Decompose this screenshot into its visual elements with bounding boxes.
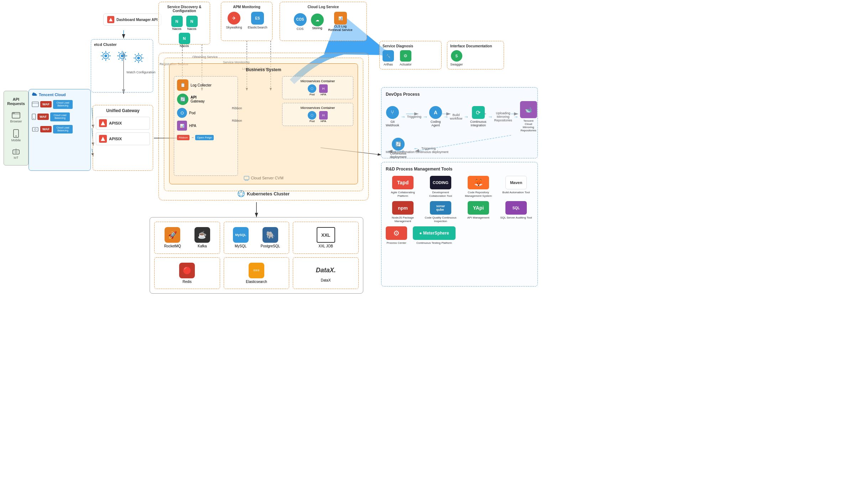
apisix-box-2: APISIX [96, 132, 150, 145]
kafka-icon: ☕ [194, 227, 210, 243]
storing-label: Storing [312, 26, 322, 30]
tencent-cloud-box: Tencent Cloud WAF Cloud Load Balancing W… [28, 89, 91, 171]
tcmr-icon: 🐋 [520, 101, 537, 118]
cloud-row-browser: WAF Cloud Load Balancing [32, 100, 88, 109]
svg-point-46 [238, 190, 244, 197]
ribbon-arrow: → [191, 136, 194, 139]
ribbon-label: Ribbon [177, 135, 189, 140]
elasticsearch-apm-label: ElasticSearch [248, 26, 267, 29]
tapd-logo: Tapd [392, 176, 414, 189]
maven-logo: Maven [505, 176, 527, 189]
ms-container-top: Microservices Container ⬡ Pod H HPA [282, 76, 353, 99]
metersphere-label: Continuous Testing Platform [416, 241, 452, 245]
npm-logo: npm [392, 201, 414, 215]
yapi-card: YApi API Management [461, 201, 495, 223]
swagger-item: S Swagger [450, 50, 463, 66]
mobile-label: Mobile [11, 138, 21, 142]
nacos-item-2: N Nacos [186, 16, 198, 31]
nacos-icon-3: N [179, 33, 190, 44]
git-webhook-label: Git Webhook [386, 120, 399, 127]
datax-icon: DataX. [315, 264, 337, 277]
api-gateway-item: 🔄 API Gateway [177, 94, 235, 105]
ms-container-bottom: Microservices Container ⬡ Pod H HPA [282, 103, 353, 126]
cloud-row-iot: WAF Cloud Load Balancing [32, 125, 88, 134]
svg-rect-34 [32, 102, 38, 107]
svg-point-39 [35, 128, 36, 130]
cloud-icon [32, 92, 37, 97]
swagger-icon: S [451, 50, 462, 62]
waf-box-2: WAF [37, 114, 49, 120]
triggering-2-label: Triggering [421, 147, 436, 150]
hpa-item-1: 📊 HPA [177, 121, 235, 131]
nacos-row-top: N Nacos N Nacos [162, 16, 207, 31]
cos-label: COS [297, 27, 304, 31]
mysql-label: MySQL [235, 244, 246, 248]
api-gateway-label-group: API Gateway [191, 95, 204, 103]
watch-config-label: Watch Configuration [126, 70, 155, 74]
arrow-6: → [514, 114, 519, 120]
process-center-card: ⚙ Process Center [386, 226, 407, 245]
api-requests-title: API Requests [5, 97, 27, 106]
apisix-icon-2 [100, 136, 105, 141]
manual-confirm-label: Manual confirmation continuous deploymen… [386, 150, 448, 154]
skywalking-label: Skywalking [226, 26, 242, 29]
right-services: Microservices Container ⬡ Pod H HPA Micr… [282, 76, 353, 126]
redis-label: Redis [183, 280, 192, 284]
etcd-cluster-box: etcd Cluster [91, 39, 153, 93]
yapi-logo: YApi [468, 201, 489, 215]
continuous-integration-step: ⟳ Continuous Integration [470, 106, 487, 127]
tools-row-3: ⚙ Process Center ● MeterSphere Continuou… [386, 226, 533, 245]
process-center-label: Process Center [386, 241, 406, 245]
swagger-label: Swagger [450, 63, 463, 66]
business-system-box: Business System 📋 Log Collecter 🔄 API Ga… [169, 63, 358, 184]
cloud-log-title: Cloud Log Service [283, 5, 364, 9]
ms-bottom-hpa-icon: H [319, 111, 328, 120]
ms-bottom-items: ⬡ Pod H HPA [285, 111, 350, 123]
svg-point-30 [15, 135, 16, 136]
coding-agent-step: A Coding Agent [429, 106, 442, 127]
arrow-4: → [464, 114, 469, 120]
cls-item: 📊 CLS Log Retrieval Service [328, 12, 353, 32]
nacos-item-1: N Nacos [171, 16, 183, 31]
dashboard-label: Dashboard Manager API [116, 18, 157, 22]
metersphere-logo: ● MeterSphere [413, 226, 456, 240]
cos-icon: COS [294, 13, 307, 26]
devops-flow-row1: ⑂ Git Webhook → Triggering → A Coding Ag… [386, 101, 533, 132]
lb-box-3: Cloud Load Balancing [53, 125, 73, 134]
svg-rect-38 [32, 127, 38, 131]
maven-label: Build Automation Tool [503, 191, 530, 194]
cos-item: COS COS [294, 13, 307, 31]
datax-label: DataX [321, 278, 331, 282]
service-discovery-box: Service Discovery & Configuration N Naco… [158, 2, 210, 44]
gear-icon-1 [99, 49, 112, 62]
skywalking-icon: ✈ [228, 12, 240, 25]
service-diag-title: Service Diagnosis [383, 44, 438, 48]
process-center-logo: ⚙ [386, 226, 407, 240]
ci-icon: ⟳ [472, 106, 485, 119]
ms-bottom-pod-label: Pod [310, 120, 315, 123]
sql-server-logo: SQL [505, 201, 527, 215]
mysql-icon: MySQL [233, 227, 249, 243]
hpa-label-1: HPA [189, 124, 196, 128]
rocketmq-label: RocketMQ [164, 244, 181, 248]
npm-card: npm NodeJS Package Management [386, 201, 420, 223]
db-box: MySQL MySQL 🐘 PostgreSQL [224, 222, 290, 254]
devops-title: DevOps Process [386, 92, 533, 97]
iot-device: IoT [12, 148, 20, 159]
svg-rect-31 [13, 150, 19, 154]
maven-card: Maven Build Automation Tool [499, 176, 533, 198]
infrastructure-box: 🚀 RocketMQ ☕ Kafka MySQL MySQL 🐘 Postgre… [150, 217, 363, 294]
xxljob-box: XXL XXL JOB [293, 222, 359, 254]
redis-box: 🔴 Redis [154, 257, 220, 289]
kubernetes-cluster-text: Kubernetes Cluster [247, 191, 290, 196]
arrowup-icon [107, 16, 114, 23]
ms-bottom-hpa: H HPA [319, 111, 328, 123]
nacos-item-3: N Nacos [179, 33, 190, 48]
postgresql-item: 🐘 PostgreSQL [261, 227, 280, 248]
interface-doc-title: Interface Documentation [450, 44, 501, 48]
git-webhook-icon: ⑂ [386, 106, 399, 119]
pod-icon-1: ⬡ [177, 108, 187, 118]
log-collector-icon: 📋 [177, 79, 188, 91]
kafka-item: ☕ Kafka [194, 227, 210, 248]
gear-icon-3 [132, 52, 145, 64]
